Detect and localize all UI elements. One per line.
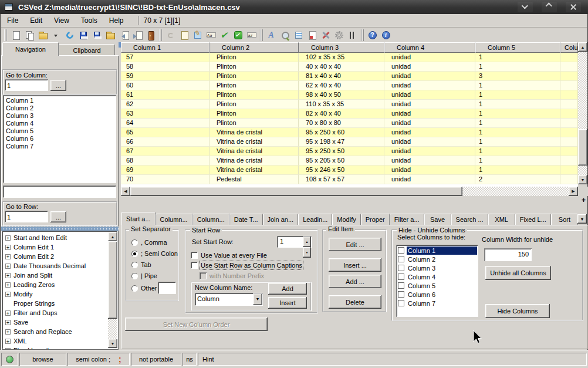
table-row[interactable]: 69 Vitrina de cristal 95 x 246 x 50 unid… bbox=[121, 166, 578, 175]
expand-icon[interactable] bbox=[5, 282, 11, 288]
table-cell[interactable]: Plinton bbox=[209, 109, 299, 119]
checkbox-icon[interactable] bbox=[398, 256, 404, 262]
combobox-dropdown-button[interactable] bbox=[253, 293, 262, 305]
table-cell[interactable]: 81 x 40 x 40 bbox=[299, 72, 384, 81]
other-separator-input[interactable] bbox=[158, 282, 176, 294]
panel-splitter[interactable] bbox=[1, 227, 119, 231]
table-cell[interactable]: Plinton bbox=[209, 72, 299, 81]
insert-column-button[interactable]: Insert bbox=[268, 297, 307, 309]
table-cell[interactable] bbox=[560, 119, 578, 128]
tree-item[interactable]: Search and Replace bbox=[4, 327, 117, 336]
expand-icon[interactable] bbox=[5, 273, 11, 278]
toolbar-button[interactable] bbox=[278, 28, 292, 42]
table-cell[interactable]: Plinton bbox=[209, 53, 299, 62]
expand-icon[interactable] bbox=[5, 348, 11, 350]
goto-column-browse-button[interactable]: ... bbox=[50, 80, 66, 91]
column-list-item[interactable]: Column 7 bbox=[4, 143, 116, 150]
checkbox-icon[interactable] bbox=[398, 265, 404, 271]
table-cell[interactable]: 62 bbox=[121, 100, 209, 109]
maximize-button[interactable] bbox=[542, 2, 557, 12]
toolbar-button[interactable] bbox=[231, 28, 245, 42]
expand-icon[interactable] bbox=[5, 329, 11, 335]
tool-tab[interactable]: Column... bbox=[192, 214, 229, 225]
table-cell[interactable]: Plinton bbox=[209, 62, 299, 72]
table-cell[interactable]: 95 x 250 x 60 bbox=[299, 128, 384, 137]
expand-icon[interactable] bbox=[5, 320, 11, 325]
table-cell[interactable]: 82 x 40 x 40 bbox=[299, 109, 384, 119]
table-cell[interactable]: 57 bbox=[121, 53, 209, 62]
goto-row-browse-button[interactable]: ... bbox=[50, 211, 66, 222]
expand-icon[interactable] bbox=[5, 292, 11, 297]
table-cell[interactable]: Pedestal bbox=[209, 175, 299, 184]
table-cell[interactable]: 66 bbox=[121, 137, 209, 147]
table-cell[interactable]: unidad bbox=[384, 175, 475, 184]
table-row[interactable]: 61 Plinton 98 x 40 x 50 unidad 1 bbox=[121, 90, 578, 100]
table-row[interactable]: 68 Vitrina de cristal 95 x 205 x 50 unid… bbox=[121, 156, 578, 166]
tool-tab[interactable]: Join an... bbox=[263, 214, 299, 225]
separator-radio[interactable]: Tab bbox=[131, 261, 151, 268]
separator-radio[interactable]: | Pipe bbox=[131, 272, 157, 279]
table-cell[interactable]: 95 x 198 x 47 bbox=[299, 137, 384, 147]
table-cell[interactable]: 61 bbox=[121, 90, 209, 100]
tree-item[interactable]: Column Edit 2 bbox=[4, 252, 117, 261]
table-cell[interactable]: 69 bbox=[121, 166, 209, 175]
table-cell[interactable]: 98 x 40 x 50 bbox=[299, 90, 384, 100]
table-cell[interactable]: 1 bbox=[475, 81, 560, 90]
set-new-column-order-button[interactable]: Set New Column Order bbox=[125, 318, 268, 331]
tool-tab[interactable]: Save bbox=[424, 214, 451, 225]
column-list-item[interactable]: Column 6 bbox=[4, 135, 116, 143]
scroll-up-button[interactable] bbox=[578, 42, 587, 52]
tree-item[interactable]: Date Thousands Decimal bbox=[4, 261, 117, 271]
tool-tab[interactable]: Fixed L... bbox=[515, 214, 551, 225]
table-cell[interactable] bbox=[560, 53, 578, 62]
column-header[interactable]: Column 2 bbox=[209, 42, 299, 53]
table-cell[interactable]: 95 x 250 x 50 bbox=[299, 147, 384, 156]
add-column-button[interactable]: Add bbox=[268, 283, 307, 295]
table-cell[interactable]: 68 bbox=[121, 156, 209, 166]
checkbox-icon[interactable] bbox=[398, 274, 404, 280]
table-row[interactable]: 64 Plinton 70 x 80 x 80 unidad 1 bbox=[121, 119, 578, 128]
table-cell[interactable]: 59 bbox=[121, 72, 209, 81]
tree-item[interactable]: Save bbox=[4, 318, 117, 327]
expand-icon[interactable] bbox=[5, 264, 11, 269]
scroll-left-button[interactable] bbox=[121, 187, 130, 196]
table-cell[interactable]: unidad bbox=[384, 100, 475, 109]
toolbar-handle[interactable] bbox=[260, 29, 263, 41]
scroll-right-button[interactable] bbox=[569, 187, 578, 196]
table-cell[interactable]: 1 bbox=[475, 109, 560, 119]
menu-item[interactable]: Help bbox=[103, 14, 130, 27]
checkbox-icon[interactable] bbox=[398, 300, 404, 306]
hide-column-item[interactable]: Column 2 bbox=[397, 255, 477, 264]
table-cell[interactable]: Vitrina de cristal bbox=[209, 128, 299, 137]
menu-item[interactable]: Tools bbox=[75, 14, 103, 27]
table-cell[interactable]: 3 bbox=[475, 72, 560, 81]
edit-item-button[interactable]: Add ... bbox=[329, 275, 381, 288]
table-row[interactable]: 67 Vitrina de cristal 95 x 250 x 50 unid… bbox=[121, 147, 578, 156]
table-cell[interactable]: Vitrina de cristal bbox=[209, 156, 299, 166]
scrollbar-thumb[interactable] bbox=[130, 187, 462, 196]
column-list-item[interactable]: Column 4 bbox=[4, 120, 116, 127]
hide-column-item[interactable]: Column 6 bbox=[397, 290, 477, 299]
tree-item[interactable]: Column Edit 1 bbox=[4, 242, 117, 252]
table-cell[interactable] bbox=[560, 100, 578, 109]
table-cell[interactable]: unidad bbox=[384, 119, 475, 128]
tree-item[interactable]: XML bbox=[4, 336, 117, 346]
scroll-down-button[interactable] bbox=[108, 339, 117, 348]
table-row[interactable]: 66 Vitrina de cristal 95 x 198 x 47 unid… bbox=[121, 137, 578, 147]
tab-overflow-button[interactable] bbox=[577, 214, 587, 224]
tree-item[interactable]: Leading Zeros bbox=[4, 280, 117, 289]
hide-columns-button[interactable]: Hide Columns bbox=[485, 304, 550, 318]
column-list-item[interactable]: Column 1 bbox=[4, 97, 116, 104]
column-header[interactable]: Column 5 bbox=[475, 42, 560, 53]
scroll-down-button[interactable] bbox=[578, 175, 587, 184]
table-cell[interactable] bbox=[560, 90, 578, 100]
toolbar-button[interactable] bbox=[9, 28, 22, 42]
table-cell[interactable]: Plinton bbox=[209, 81, 299, 90]
tree-item[interactable]: Join and Split bbox=[4, 271, 117, 280]
table-cell[interactable] bbox=[560, 137, 578, 147]
table-cell[interactable]: 108 x 57 x 57 bbox=[299, 175, 384, 184]
table-cell[interactable]: Plinton bbox=[209, 100, 299, 109]
table-cell[interactable]: 70 x 80 x 80 bbox=[299, 119, 384, 128]
scrollbar-thumb[interactable] bbox=[578, 129, 587, 166]
left-panel-tab[interactable]: Navigation bbox=[2, 42, 59, 56]
